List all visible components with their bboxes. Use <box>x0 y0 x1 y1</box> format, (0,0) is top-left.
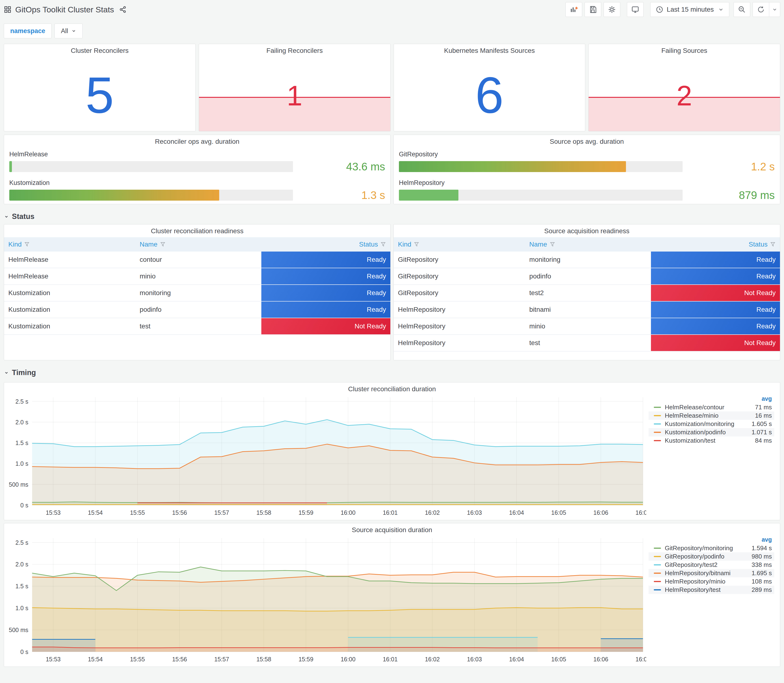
tv-mode-button[interactable] <box>627 2 644 17</box>
svg-text:16:06: 16:06 <box>593 656 608 662</box>
cell-name: contour <box>135 252 261 268</box>
svg-text:1.5 s: 1.5 s <box>16 439 28 446</box>
column-header-kind[interactable]: Kind <box>394 240 525 248</box>
stat-value: 2 <box>588 80 780 111</box>
chart-legend: avgGitRepository/monitoring1.594 sGitRep… <box>646 534 780 667</box>
legend-series-name: Kustomization/podinfo <box>665 429 736 436</box>
legend-item[interactable]: Kustomization/monitoring1.605 s <box>649 420 774 428</box>
table-row: KustomizationpodinfoReady <box>4 301 390 318</box>
table-row: GitRepositorypodinfoReady <box>394 268 780 285</box>
add-panel-button[interactable] <box>566 2 582 17</box>
svg-text:16:01: 16:01 <box>383 656 398 662</box>
series-color-swatch <box>654 589 661 590</box>
filter-funnel-icon[interactable] <box>414 242 419 247</box>
legend-item[interactable]: HelmRepository/minio108 ms <box>649 577 774 586</box>
column-header-name[interactable]: Name <box>525 240 651 248</box>
page-title[interactable]: GitOps Toolkit Cluster Stats <box>15 5 114 14</box>
legend-item[interactable]: GitRepository/podinfo980 ms <box>649 552 774 561</box>
zoom-out-button[interactable] <box>734 2 750 17</box>
cell-name: podinfo <box>525 268 651 284</box>
gauge-panel-2[interactable]: Source ops avg. durationGitRepository1.2… <box>393 135 780 204</box>
stat-panel-2[interactable]: Failing Reconcilers1 <box>199 44 391 131</box>
gauge-bar-line: 1.3 s <box>9 189 385 202</box>
legend-item[interactable]: HelmRelease/minio16 ms <box>649 412 774 420</box>
refresh-button[interactable] <box>753 2 769 17</box>
filter-funnel-icon[interactable] <box>160 242 166 247</box>
legend-avg-header[interactable]: avg <box>649 536 774 544</box>
cell-status: Not Ready <box>651 335 780 351</box>
refresh-interval-dropdown[interactable] <box>769 2 780 17</box>
table-row: GitRepositorymonitoringReady <box>394 252 780 268</box>
table: KindNameStatusHelmReleasecontourReadyHel… <box>4 237 390 335</box>
column-header-name[interactable]: Name <box>135 240 261 248</box>
share-icon[interactable] <box>119 6 127 13</box>
dashboard-settings-button[interactable] <box>604 2 620 17</box>
legend-item[interactable]: Kustomization/podinfo1.071 s <box>649 428 774 436</box>
gauge-panels-row: Reconciler ops avg. durationHelmRelease4… <box>4 135 780 204</box>
legend-series-name: HelmRepository/minio <box>665 578 736 585</box>
table-panel-2[interactable]: Source acquisition readinessKindNameStat… <box>393 224 780 360</box>
status-badge: Ready <box>651 268 780 284</box>
legend-item[interactable]: HelmRepository/bitnami1.695 s <box>649 569 774 577</box>
legend-item[interactable]: HelmRelease/contour71 ms <box>649 403 774 412</box>
legend-item[interactable]: Kustomization/test84 ms <box>649 436 774 445</box>
svg-text:15:58: 15:58 <box>257 656 271 662</box>
legend-item[interactable]: GitRepository/test2338 ms <box>649 561 774 569</box>
svg-text:15:54: 15:54 <box>88 509 103 516</box>
column-header-status[interactable]: Status <box>651 240 780 248</box>
panel-title: Kubernetes Manifests Sources <box>394 47 585 55</box>
legend-item[interactable]: GitRepository/monitoring1.594 s <box>649 544 774 552</box>
chart-panel-1[interactable]: Cluster reconciliation duration0 s500 ms… <box>4 382 780 520</box>
filter-funnel-icon[interactable] <box>24 242 30 247</box>
stat-panel-4[interactable]: Failing Sources2 <box>588 44 780 131</box>
filter-funnel-icon[interactable] <box>550 242 555 247</box>
gauge-row-kustomization: Kustomization1.3 s <box>9 179 385 202</box>
panel-title: Source acquisition readiness <box>394 227 780 235</box>
status-badge: Ready <box>651 252 780 268</box>
legend-series-name: GitRepository/monitoring <box>665 545 736 552</box>
svg-text:15:56: 15:56 <box>172 656 187 662</box>
dashboard-grid-icon[interactable] <box>4 6 11 13</box>
svg-text:15:55: 15:55 <box>130 509 145 516</box>
gauge-label: HelmRepository <box>399 179 775 187</box>
svg-text:0 s: 0 s <box>21 648 28 655</box>
section-header-timing[interactable]: Timing <box>4 366 780 379</box>
column-header-status[interactable]: Status <box>261 240 390 248</box>
cell-kind: HelmRelease <box>4 268 135 284</box>
gauge-fill <box>9 190 219 200</box>
series-color-swatch <box>654 556 661 557</box>
legend-avg-value: 71 ms <box>736 404 772 411</box>
time-range-picker[interactable]: Last 15 minutes <box>650 2 729 17</box>
series-color-swatch <box>654 581 661 582</box>
stat-value: 5 <box>4 66 196 125</box>
chevron-down-icon <box>4 370 9 375</box>
legend-avg-header[interactable]: avg <box>649 395 774 403</box>
stat-panel-3[interactable]: Kubernetes Manifests Sources6 <box>394 44 585 131</box>
column-header-kind[interactable]: Kind <box>4 240 135 248</box>
variable-value-dropdown[interactable]: All <box>55 24 83 38</box>
svg-text:16:02: 16:02 <box>425 509 439 516</box>
save-dashboard-button[interactable] <box>585 2 601 17</box>
chart-plot-area[interactable]: 0 s500 ms1.0 s1.5 s2.0 s2.5 s15:5315:541… <box>4 393 646 520</box>
section-header-status[interactable]: Status <box>4 210 780 223</box>
legend-avg-value: 1.071 s <box>736 429 772 436</box>
table-panel-1[interactable]: Cluster reconciliation readinessKindName… <box>4 224 391 360</box>
legend-avg-value: 108 ms <box>736 578 772 585</box>
column-header-label: Kind <box>8 240 22 248</box>
gauge-panel-1[interactable]: Reconciler ops avg. durationHelmRelease4… <box>4 135 391 204</box>
filter-funnel-icon[interactable] <box>770 242 776 247</box>
chart-plot-area[interactable]: 0 s500 ms1.0 s1.5 s2.0 s2.5 s15:5315:541… <box>4 534 646 667</box>
cell-name: test <box>525 335 651 351</box>
stat-panel-1[interactable]: Cluster Reconcilers5 <box>4 44 196 131</box>
status-badge: Ready <box>261 252 390 268</box>
time-range-label: Last 15 minutes <box>667 6 714 13</box>
svg-text:15:53: 15:53 <box>46 509 61 516</box>
gauge-value: 1.3 s <box>293 189 385 202</box>
svg-text:2.5 s: 2.5 s <box>16 539 28 546</box>
chart-panel-2[interactable]: Source acquisition duration0 s500 ms1.0 … <box>4 523 780 667</box>
legend-item[interactable]: HelmRepository/test289 ms <box>649 586 774 594</box>
filter-funnel-icon[interactable] <box>380 242 386 247</box>
stat-value: 1 <box>199 80 390 111</box>
svg-text:16:05: 16:05 <box>551 509 566 516</box>
svg-text:2.5 s: 2.5 s <box>16 398 28 405</box>
